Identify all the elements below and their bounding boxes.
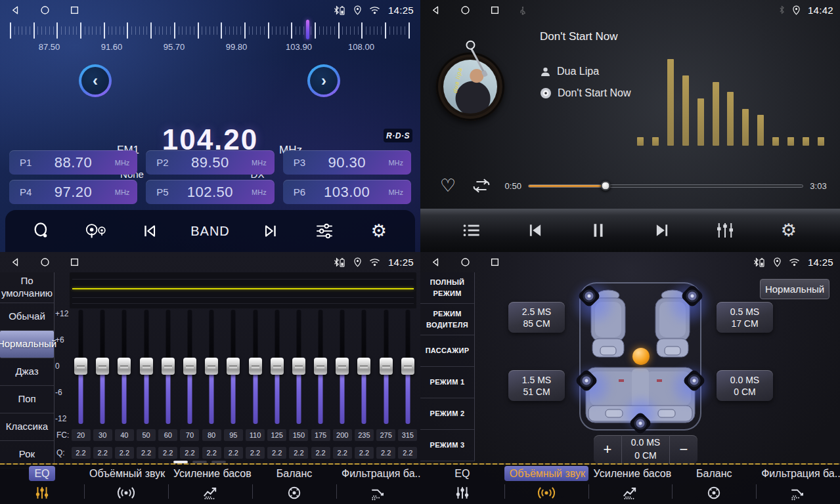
preset-button-p5[interactable]: P5102.50MHz	[146, 180, 274, 204]
mode-item[interactable]: ПОЛНЫЙ РЕЖИМ	[420, 272, 474, 304]
settings-gear-icon[interactable]: ⚙	[776, 222, 802, 240]
home-icon[interactable]	[40, 257, 50, 267]
previous-track-icon[interactable]	[522, 222, 548, 239]
playlist-icon[interactable]	[458, 222, 485, 238]
home-icon[interactable]	[460, 5, 470, 15]
slider-thumb[interactable]	[292, 358, 305, 375]
eq-preset-item[interactable]: Классика	[0, 413, 54, 441]
tab-eq-sliders[interactable]: EQ	[420, 465, 504, 504]
q-value[interactable]: 2.2	[311, 447, 330, 459]
fc-value[interactable]: 80	[202, 429, 221, 441]
rear-left-delay[interactable]: 1.5 MS 51 CM	[508, 370, 565, 401]
tab-eq-sliders[interactable]: EQ	[0, 465, 84, 504]
q-value[interactable]: 2.2	[202, 447, 221, 459]
back-icon[interactable]	[11, 5, 20, 15]
broadcast-icon[interactable]	[83, 222, 109, 240]
eq-preset-item[interactable]: Обычай	[0, 303, 54, 331]
eq-band-slider[interactable]	[354, 310, 374, 425]
tab-filter[interactable]: Фильтрация ба...	[336, 465, 420, 504]
fc-value[interactable]: 315	[398, 429, 417, 441]
tab-balance[interactable]: Баланс	[672, 465, 756, 504]
slider-thumb[interactable]	[96, 358, 109, 375]
front-left-delay[interactable]: 2.5 MS 85 CM	[508, 302, 565, 333]
fc-value[interactable]: 235	[355, 429, 374, 441]
q-value[interactable]: 2.2	[355, 447, 374, 459]
band-button[interactable]: BAND	[190, 224, 230, 239]
eq-band-slider[interactable]	[398, 310, 418, 425]
tab-surround-sound[interactable]: Объёмный звук	[504, 465, 588, 504]
repeat-icon[interactable]	[470, 177, 493, 194]
q-value[interactable]: 2.2	[333, 447, 352, 459]
q-value[interactable]: 2.2	[180, 447, 199, 459]
next-track-icon[interactable]	[649, 222, 675, 239]
tune-up-button[interactable]: ›	[307, 64, 340, 97]
front-right-delay[interactable]: 0.5 MS 17 CM	[717, 302, 773, 333]
q-value[interactable]: 2.2	[115, 447, 134, 459]
q-value[interactable]: 2.2	[376, 447, 395, 459]
q-value[interactable]: 2.2	[137, 447, 156, 459]
settings-gear-icon[interactable]: ⚙	[366, 222, 392, 240]
rear-right-delay[interactable]: 0.0 MS 0 CM	[717, 370, 773, 401]
eq-preset-item[interactable]: Джаз	[0, 358, 54, 386]
eq-band-slider[interactable]	[180, 310, 200, 425]
slider-thumb[interactable]	[140, 358, 153, 375]
tab-surround-sound[interactable]: Объёмный звук	[84, 465, 168, 504]
slider-thumb[interactable]	[336, 358, 349, 375]
slider-thumb[interactable]	[357, 358, 370, 375]
q-value[interactable]: 2.2	[246, 447, 265, 459]
back-icon[interactable]	[11, 257, 20, 267]
eq-band-slider[interactable]	[202, 310, 221, 425]
slider-thumb[interactable]	[183, 358, 196, 375]
q-value[interactable]: 2.2	[158, 447, 177, 459]
slider-thumb[interactable]	[401, 358, 414, 375]
eq-preset-selected[interactable]: Нормальный	[0, 331, 54, 358]
fc-value[interactable]: 200	[333, 429, 352, 441]
back-icon[interactable]	[431, 5, 441, 15]
audio-settings-icon[interactable]	[311, 222, 338, 240]
tab-filter[interactable]: Фильтрация ба...	[756, 465, 840, 504]
slider-thumb[interactable]	[380, 358, 393, 375]
recents-icon[interactable]	[490, 5, 500, 15]
tune-down-button[interactable]: ‹	[79, 64, 112, 97]
eq-band-slider[interactable]	[137, 310, 156, 425]
q-value[interactable]: 2.2	[289, 447, 308, 459]
pause-icon[interactable]	[585, 222, 611, 239]
eq-band-slider[interactable]	[158, 310, 178, 425]
back-icon[interactable]	[431, 257, 441, 267]
surround-preset-button[interactable]: Нормальный	[760, 279, 829, 299]
home-icon[interactable]	[460, 257, 470, 267]
q-value[interactable]: 2.2	[93, 447, 112, 459]
slider-thumb[interactable]	[205, 358, 218, 375]
slider-thumb[interactable]	[74, 358, 87, 375]
q-value[interactable]: 2.2	[398, 447, 417, 459]
eq-band-slider[interactable]	[376, 310, 396, 425]
fc-value[interactable]: 95	[224, 429, 243, 441]
eq-preset-item[interactable]: По умолчанию	[0, 272, 54, 303]
eq-band-slider[interactable]	[289, 310, 309, 425]
recents-icon[interactable]	[70, 257, 79, 267]
favorite-heart-icon[interactable]: ♡	[440, 177, 456, 195]
home-icon[interactable]	[40, 5, 50, 15]
eq-band-slider[interactable]	[223, 310, 243, 425]
slider-thumb[interactable]	[271, 358, 284, 375]
tab-bass-boost[interactable]: Усиление басов	[588, 465, 673, 504]
q-value[interactable]: 2.2	[72, 447, 91, 459]
recents-icon[interactable]	[70, 5, 79, 15]
fc-value[interactable]: 50	[137, 429, 156, 441]
fc-value[interactable]: 20	[72, 429, 91, 441]
next-station-icon[interactable]	[257, 222, 284, 240]
slider-thumb[interactable]	[118, 358, 131, 375]
mode-item[interactable]: РЕЖИМ 3	[420, 430, 474, 461]
fc-value[interactable]: 30	[93, 429, 112, 441]
mode-item[interactable]: РЕЖИМ 1	[420, 367, 474, 398]
slider-thumb[interactable]	[249, 358, 262, 375]
tuner-scale[interactable]	[10, 21, 410, 41]
scan-search-icon[interactable]	[28, 222, 55, 240]
fc-value[interactable]: 125	[267, 429, 286, 441]
eq-preset-item[interactable]: Поп	[0, 386, 54, 413]
eq-band-slider[interactable]	[267, 310, 287, 425]
fc-value[interactable]: 110	[246, 429, 265, 441]
fc-value[interactable]: 40	[115, 429, 134, 441]
fc-value[interactable]: 70	[180, 429, 199, 441]
fc-value[interactable]: 150	[289, 429, 308, 441]
